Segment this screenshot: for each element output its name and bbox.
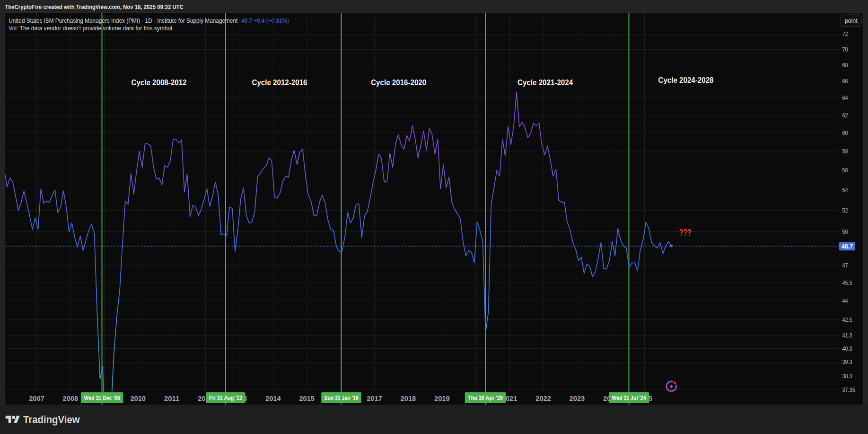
svg-text:TradingView: TradingView [23,414,80,425]
svg-text:Thu 30 Apr '20: Thu 30 Apr '20 [468,394,503,401]
svg-text:52: 52 [842,207,848,214]
svg-text:48.7: 48.7 [842,243,853,250]
svg-text:Wed 31 Dec '08: Wed 31 Dec '08 [84,394,120,401]
svg-text:37.35: 37.35 [842,387,855,393]
svg-text:2015: 2015 [299,395,315,402]
svg-text:50: 50 [842,229,848,235]
svg-text:???: ??? [679,227,692,239]
svg-text:44: 44 [842,298,848,304]
svg-text:2019: 2019 [434,395,450,402]
svg-text:TheCryptoFire created with Tra: TheCryptoFire created with TradingView.c… [5,3,184,10]
svg-text:Cycle 2021-2024: Cycle 2021-2024 [517,79,573,87]
svg-text:45.5: 45.5 [842,280,852,286]
svg-text:2022: 2022 [535,395,551,402]
svg-text:39.3: 39.3 [842,359,852,365]
svg-text:41.3: 41.3 [842,332,852,339]
svg-text:70: 70 [842,46,848,53]
svg-text:40.3: 40.3 [842,345,852,352]
svg-text:47: 47 [842,262,848,269]
svg-text:Cycle 2016-2020: Cycle 2016-2020 [371,79,426,87]
svg-text:42.5: 42.5 [842,317,852,323]
svg-text:64: 64 [842,95,848,101]
svg-text:48.7 −0.4 (−0.81%): 48.7 −0.4 (−0.81%) [241,17,289,24]
svg-text:point: point [845,17,858,24]
svg-text:2017: 2017 [367,395,382,402]
svg-text:Cycle 2012-2016: Cycle 2012-2016 [252,79,307,87]
svg-text:Wed 31 Jul '24: Wed 31 Jul '24 [612,394,647,401]
svg-text:Cycle 2024-2028: Cycle 2024-2028 [658,76,714,84]
svg-text:58: 58 [842,148,848,155]
svg-text:Cycle 2008-2012: Cycle 2008-2012 [132,79,187,87]
svg-text:2018: 2018 [401,395,416,402]
svg-text:68: 68 [842,62,848,69]
svg-text:2010: 2010 [130,395,146,402]
svg-text:Fri 31 Aug '12: Fri 31 Aug '12 [209,394,242,401]
svg-text:2008: 2008 [63,395,79,402]
svg-text:Vol: The data vendor doesn't p: Vol: The data vendor doesn't provide vol… [9,25,174,32]
svg-text:38.3: 38.3 [842,373,852,380]
svg-text:62: 62 [842,112,848,119]
svg-text:Sun 31 Jan '16: Sun 31 Jan '16 [324,394,359,401]
svg-text:56: 56 [842,167,848,174]
svg-text:2014: 2014 [265,395,281,402]
svg-text:United States ISM Purchasing M: United States ISM Purchasing Managers In… [9,17,237,24]
svg-text:54: 54 [842,187,848,194]
svg-text:60: 60 [842,130,848,136]
svg-text:2007: 2007 [29,395,44,402]
svg-text:72: 72 [842,31,848,37]
svg-text:2011: 2011 [164,395,180,402]
svg-text:2023: 2023 [570,395,585,402]
svg-text:66: 66 [842,78,848,85]
